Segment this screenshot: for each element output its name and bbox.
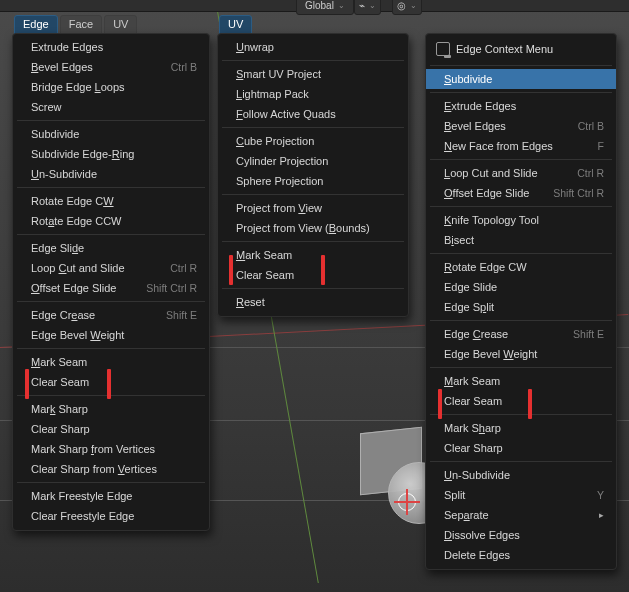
mode-tabs-left: Edge Face UV <box>14 15 137 35</box>
mi-ctx-loop-cut[interactable]: Loop Cut and SlideCtrl R <box>426 163 616 183</box>
mi-bridge-edge-loops[interactable]: Bridge Edge Loops <box>13 77 209 97</box>
mi-ctx-mark-seam[interactable]: Mark Seam <box>426 371 616 391</box>
mi-ctx-edge-slide[interactable]: Edge Slide <box>426 277 616 297</box>
mi-ctx-bevel-edges[interactable]: Bevel EdgesCtrl B <box>426 116 616 136</box>
mi-ctx-clear-seam[interactable]: Clear Seam <box>426 391 616 411</box>
mi-uv-clear-seam[interactable]: Clear Seam <box>218 265 408 285</box>
mi-project-from-view-bounds[interactable]: Project from View (Bounds) <box>218 218 408 238</box>
mi-clear-freestyle-edge[interactable]: Clear Freestyle Edge <box>13 506 209 526</box>
annotation-red-bar <box>528 389 532 419</box>
annotation-red-bar <box>229 255 233 285</box>
mi-subdivide[interactable]: Subdivide <box>13 124 209 144</box>
mi-ctx-edge-bevel-weight[interactable]: Edge Bevel Weight <box>426 344 616 364</box>
separator <box>430 159 612 160</box>
edge-context-menu: Edge Context Menu Subdivide Extrude Edge… <box>425 33 617 570</box>
mi-clear-sharp-from-vertices[interactable]: Clear Sharp from Vertices <box>13 459 209 479</box>
tab-edge-label: Edge <box>23 18 49 30</box>
separator <box>17 395 205 396</box>
uv-menu: Unwrap Smart UV Project Lightmap Pack Fo… <box>217 33 409 317</box>
separator <box>17 234 205 235</box>
mi-ctx-mark-sharp[interactable]: Mark Sharp <box>426 418 616 438</box>
mi-mark-sharp[interactable]: Mark Sharp <box>13 399 209 419</box>
mi-ctx-offset-slide[interactable]: Offset Edge SlideShift Ctrl R <box>426 183 616 203</box>
proportional-icon: ◎ <box>397 0 406 11</box>
separator <box>430 461 612 462</box>
mi-uv-mark-seam[interactable]: Mark Seam <box>218 245 408 265</box>
mi-ctx-extrude-edges[interactable]: Extrude Edges <box>426 96 616 116</box>
tab-uv-left[interactable]: UV <box>104 15 137 35</box>
mode-tabs-center: UV <box>219 15 252 35</box>
mi-clear-sharp[interactable]: Clear Sharp <box>13 419 209 439</box>
mi-smart-uv-project[interactable]: Smart UV Project <box>218 64 408 84</box>
chevron-down-icon: ⌄ <box>334 1 345 10</box>
separator <box>222 60 404 61</box>
mi-mark-seam[interactable]: Mark Seam <box>13 352 209 372</box>
chevron-down-icon: ⌄ <box>406 1 417 10</box>
tab-face[interactable]: Face <box>60 15 102 35</box>
separator <box>430 320 612 321</box>
separator <box>430 367 612 368</box>
mi-extrude-edges[interactable]: Extrude Edges <box>13 37 209 57</box>
context-menu-icon <box>436 42 450 56</box>
tab-edge[interactable]: Edge <box>14 15 58 35</box>
mi-ctx-separate[interactable]: Separate <box>426 505 616 525</box>
mi-offset-edge-slide[interactable]: Offset Edge SlideShift Ctrl R <box>13 278 209 298</box>
separator <box>17 482 205 483</box>
mi-subdivide-edge-ring[interactable]: Subdivide Edge-Ring <box>13 144 209 164</box>
mi-un-subdivide[interactable]: Un-Subdivide <box>13 164 209 184</box>
mi-edge-bevel-weight[interactable]: Edge Bevel Weight <box>13 325 209 345</box>
mi-ctx-edge-split[interactable]: Edge Split <box>426 297 616 317</box>
tab-uv-center[interactable]: UV <box>219 15 252 35</box>
separator <box>222 194 404 195</box>
mi-ctx-new-face[interactable]: New Face from EdgesF <box>426 136 616 156</box>
separator <box>222 127 404 128</box>
mi-bevel-edges[interactable]: Bevel EdgesCtrl B <box>13 57 209 77</box>
mi-project-from-view[interactable]: Project from View <box>218 198 408 218</box>
separator <box>430 206 612 207</box>
context-menu-title-label: Edge Context Menu <box>456 43 553 55</box>
mi-ctx-rotate-cw[interactable]: Rotate Edge CW <box>426 257 616 277</box>
tab-uv-left-label: UV <box>113 18 128 30</box>
proportional-toggle[interactable]: ◎ ⌄ <box>392 0 422 15</box>
orientation-dropdown[interactable]: Global ⌄ <box>296 0 354 15</box>
separator <box>17 187 205 188</box>
mi-ctx-subdivide[interactable]: Subdivide <box>426 69 616 89</box>
edge-menu: Extrude Edges Bevel EdgesCtrl B Bridge E… <box>12 33 210 531</box>
mi-edge-crease[interactable]: Edge CreaseShift E <box>13 305 209 325</box>
mi-ctx-dissolve-edges[interactable]: Dissolve Edges <box>426 525 616 545</box>
separator <box>430 253 612 254</box>
context-menu-title: Edge Context Menu <box>426 37 616 62</box>
mi-follow-active-quads[interactable]: Follow Active Quads <box>218 104 408 124</box>
mi-mark-freestyle-edge[interactable]: Mark Freestyle Edge <box>13 486 209 506</box>
separator <box>17 348 205 349</box>
mi-clear-seam[interactable]: Clear Seam <box>13 372 209 392</box>
mi-loop-cut-slide[interactable]: Loop Cut and SlideCtrl R <box>13 258 209 278</box>
separator <box>222 288 404 289</box>
mi-mark-sharp-from-vertices[interactable]: Mark Sharp from Vertices <box>13 439 209 459</box>
annotation-red-bar <box>25 369 29 399</box>
mi-edge-slide[interactable]: Edge Slide <box>13 238 209 258</box>
separator <box>17 120 205 121</box>
mi-ctx-split[interactable]: SplitY <box>426 485 616 505</box>
mi-ctx-delete-edges[interactable]: Delete Edges <box>426 545 616 565</box>
mi-ctx-clear-sharp[interactable]: Clear Sharp <box>426 438 616 458</box>
mi-lightmap-pack[interactable]: Lightmap Pack <box>218 84 408 104</box>
separator <box>430 65 612 66</box>
mi-ctx-edge-crease[interactable]: Edge CreaseShift E <box>426 324 616 344</box>
mi-unwrap[interactable]: Unwrap <box>218 37 408 57</box>
mi-screw[interactable]: Screw <box>13 97 209 117</box>
snap-toggle[interactable]: ⌁ ⌄ <box>354 0 381 15</box>
mi-ctx-un-subdivide[interactable]: Un-Subdivide <box>426 465 616 485</box>
3d-cursor <box>398 493 416 511</box>
separator <box>430 414 612 415</box>
mi-uv-reset[interactable]: Reset <box>218 292 408 312</box>
mi-rotate-edge-ccw[interactable]: Rotate Edge CCW <box>13 211 209 231</box>
mi-ctx-knife[interactable]: Knife Topology Tool <box>426 210 616 230</box>
mi-sphere-projection[interactable]: Sphere Projection <box>218 171 408 191</box>
mi-cube-projection[interactable]: Cube Projection <box>218 131 408 151</box>
separator <box>17 301 205 302</box>
annotation-red-bar <box>438 389 442 419</box>
mi-ctx-bisect[interactable]: Bisect <box>426 230 616 250</box>
mi-cylinder-projection[interactable]: Cylinder Projection <box>218 151 408 171</box>
mi-rotate-edge-cw[interactable]: Rotate Edge CW <box>13 191 209 211</box>
